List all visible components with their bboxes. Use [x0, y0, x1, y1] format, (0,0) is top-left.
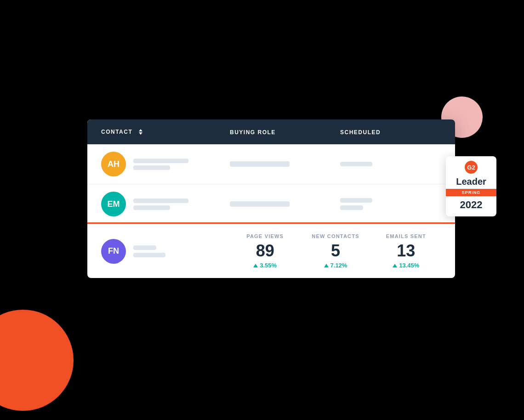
- g2-logo: G2: [465, 161, 478, 174]
- arrow-down-icon: [139, 132, 142, 135]
- scheduled-cell: [340, 162, 441, 166]
- skeleton-name: [133, 159, 188, 163]
- contact-column-header: CONTACT: [101, 129, 230, 135]
- skeleton-scheduled: [340, 162, 372, 166]
- buying-role-column-header: BUYING ROLE: [230, 128, 340, 136]
- skeleton-fn-2: [133, 253, 165, 257]
- buying-role-cell: [230, 201, 340, 207]
- buying-role-cell: [230, 161, 340, 167]
- stat-item-new-contacts: NEW CONTACTS 5 7.12%: [300, 233, 370, 269]
- skeleton-buying-role: [230, 201, 290, 207]
- contact-text-group: [133, 159, 188, 170]
- stat-value: 13: [371, 243, 441, 259]
- contact-cell: EM: [101, 192, 230, 216]
- scheduled-header-label: SCHEDULED: [340, 129, 381, 136]
- trend-up-icon: [253, 264, 258, 267]
- scheduled-column-header: SCHEDULED: [340, 128, 441, 136]
- buying-role-header-label: BUYING ROLE: [230, 129, 276, 136]
- skeleton-buying-role: [230, 161, 290, 167]
- stat-value: 89: [230, 243, 300, 259]
- stat-value: 5: [300, 243, 370, 259]
- stats-avatar-section: FN: [101, 239, 230, 264]
- table-header: CONTACT BUYING ROLE SCHEDULED: [87, 119, 455, 144]
- table-row[interactable]: EM: [87, 184, 455, 224]
- arrow-up-icon: [139, 129, 142, 131]
- trend-up-icon: [324, 264, 329, 267]
- avatar: EM: [101, 192, 126, 216]
- skeleton-detail: [133, 205, 170, 210]
- stats-section: PAGE VIEWS 89 3.55% NEW CONTACTS 5 7.12%…: [230, 233, 441, 269]
- stat-label: EMAILS SENT: [371, 233, 441, 239]
- stat-label: NEW CONTACTS: [300, 233, 370, 239]
- g2-year: 2022: [450, 199, 493, 211]
- trend-up-icon: [393, 264, 397, 267]
- stat-label: PAGE VIEWS: [230, 233, 300, 239]
- stat-item-page-views: PAGE VIEWS 89 3.55%: [230, 233, 300, 269]
- contact-text-group: [133, 199, 188, 210]
- stats-row: FN PAGE VIEWS 89 3.55% NEW CONTACTS 5: [87, 224, 455, 278]
- contact-table-card: CONTACT BUYING ROLE SCHEDULED AH: [87, 119, 455, 278]
- sort-arrows-icon[interactable]: [139, 129, 142, 135]
- skeleton-fn-1: [133, 245, 156, 250]
- g2-spring-label: SPRING: [446, 189, 496, 196]
- stat-item-emails-sent: EMAILS SENT 13 13.45%: [371, 233, 441, 269]
- stat-change: 7.12%: [300, 262, 370, 269]
- scheduled-cell: [340, 198, 441, 210]
- stat-change: 3.55%: [230, 262, 300, 269]
- skeleton-detail: [133, 165, 170, 170]
- skeleton-scheduled-2: [340, 205, 363, 210]
- contact-header-label: CONTACT: [101, 129, 132, 135]
- skeleton-name: [133, 199, 188, 203]
- table-row[interactable]: AH: [87, 144, 455, 184]
- g2-leader-label: Leader: [450, 176, 493, 187]
- orange-blob-decoration: [0, 310, 74, 411]
- skeleton-scheduled-1: [340, 198, 372, 203]
- stat-change: 13.45%: [371, 262, 441, 269]
- contact-cell: AH: [101, 152, 230, 176]
- avatar: AH: [101, 152, 126, 176]
- avatar: FN: [101, 239, 126, 264]
- g2-badge: G2 Leader SPRING 2022: [446, 156, 496, 216]
